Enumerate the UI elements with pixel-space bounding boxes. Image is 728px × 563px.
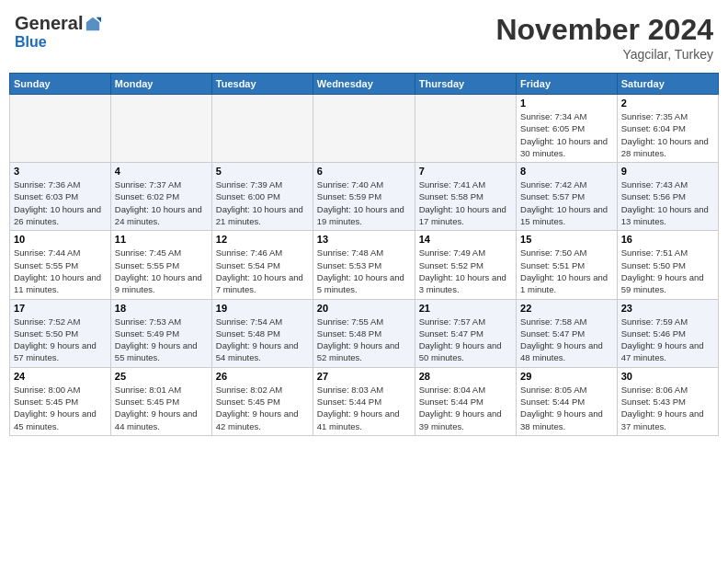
day-info: Sunrise: 7:35 AM Sunset: 6:04 PM Dayligh…: [621, 110, 714, 159]
location-subtitle: Yagcilar, Turkey: [495, 47, 713, 62]
day-number: 15: [520, 234, 613, 245]
calendar-body: 1Sunrise: 7:34 AM Sunset: 6:05 PM Daylig…: [10, 95, 719, 436]
page-header: General Blue November 2024 Yagcilar, Tur…: [9, 9, 719, 65]
calendar-cell: 1Sunrise: 7:34 AM Sunset: 6:05 PM Daylig…: [517, 95, 618, 163]
calendar-cell: [211, 95, 313, 163]
weekday-header-tuesday: Tuesday: [211, 74, 313, 95]
calendar-cell: 14Sunrise: 7:49 AM Sunset: 5:52 PM Dayli…: [415, 231, 516, 299]
weekday-header-monday: Monday: [110, 74, 211, 95]
calendar-cell: [110, 95, 211, 163]
calendar-cell: 7Sunrise: 7:41 AM Sunset: 5:58 PM Daylig…: [415, 163, 516, 231]
day-info: Sunrise: 7:41 AM Sunset: 5:58 PM Dayligh…: [419, 178, 512, 227]
calendar-cell: 19Sunrise: 7:54 AM Sunset: 5:48 PM Dayli…: [211, 299, 313, 367]
calendar-cell: [313, 95, 415, 163]
day-info: Sunrise: 7:43 AM Sunset: 5:56 PM Dayligh…: [621, 178, 714, 227]
day-number: 1: [520, 98, 613, 109]
day-info: Sunrise: 7:39 AM Sunset: 6:00 PM Dayligh…: [216, 178, 309, 227]
calendar-cell: 27Sunrise: 8:03 AM Sunset: 5:44 PM Dayli…: [313, 367, 415, 435]
calendar-week-2: 3Sunrise: 7:36 AM Sunset: 6:03 PM Daylig…: [10, 163, 719, 231]
day-info: Sunrise: 7:37 AM Sunset: 6:02 PM Dayligh…: [115, 178, 208, 227]
logo-blue-text: Blue: [15, 34, 47, 51]
day-info: Sunrise: 7:42 AM Sunset: 5:57 PM Dayligh…: [520, 178, 613, 227]
day-number: 2: [621, 98, 714, 109]
calendar-cell: 17Sunrise: 7:52 AM Sunset: 5:50 PM Dayli…: [10, 299, 111, 367]
weekday-header-thursday: Thursday: [415, 74, 516, 95]
day-info: Sunrise: 7:55 AM Sunset: 5:48 PM Dayligh…: [317, 316, 411, 364]
day-number: 3: [14, 166, 107, 177]
calendar-cell: 15Sunrise: 7:50 AM Sunset: 5:51 PM Dayli…: [517, 231, 618, 299]
day-number: 5: [216, 166, 309, 177]
calendar-table: SundayMondayTuesdayWednesdayThursdayFrid…: [9, 73, 719, 436]
day-info: Sunrise: 8:00 AM Sunset: 5:45 PM Dayligh…: [14, 384, 107, 432]
day-info: Sunrise: 8:03 AM Sunset: 5:44 PM Dayligh…: [317, 384, 411, 432]
calendar-week-4: 17Sunrise: 7:52 AM Sunset: 5:50 PM Dayli…: [10, 299, 719, 367]
calendar-cell: 22Sunrise: 7:58 AM Sunset: 5:47 PM Dayli…: [517, 299, 618, 367]
day-info: Sunrise: 7:58 AM Sunset: 5:47 PM Dayligh…: [520, 316, 613, 364]
calendar-week-3: 10Sunrise: 7:44 AM Sunset: 5:55 PM Dayli…: [10, 231, 719, 299]
calendar-cell: 8Sunrise: 7:42 AM Sunset: 5:57 PM Daylig…: [517, 163, 618, 231]
day-number: 13: [317, 234, 411, 245]
day-info: Sunrise: 7:34 AM Sunset: 6:05 PM Dayligh…: [520, 110, 613, 159]
day-info: Sunrise: 7:48 AM Sunset: 5:53 PM Dayligh…: [317, 247, 411, 295]
calendar-cell: [415, 95, 516, 163]
day-info: Sunrise: 8:02 AM Sunset: 5:45 PM Dayligh…: [216, 384, 309, 432]
day-info: Sunrise: 7:59 AM Sunset: 5:46 PM Dayligh…: [621, 316, 714, 364]
day-number: 25: [115, 371, 208, 382]
day-number: 17: [14, 303, 107, 314]
day-number: 16: [621, 234, 714, 245]
day-number: 21: [419, 303, 512, 314]
day-number: 9: [621, 166, 714, 177]
day-info: Sunrise: 7:49 AM Sunset: 5:52 PM Dayligh…: [419, 247, 512, 295]
calendar-week-1: 1Sunrise: 7:34 AM Sunset: 6:05 PM Daylig…: [10, 95, 719, 163]
day-number: 26: [216, 371, 309, 382]
logo: General Blue: [15, 13, 101, 51]
day-info: Sunrise: 8:01 AM Sunset: 5:45 PM Dayligh…: [115, 384, 208, 432]
day-info: Sunrise: 7:52 AM Sunset: 5:50 PM Dayligh…: [14, 316, 107, 364]
day-number: 20: [317, 303, 411, 314]
day-number: 14: [419, 234, 512, 245]
day-info: Sunrise: 7:44 AM Sunset: 5:55 PM Dayligh…: [14, 247, 107, 295]
calendar-cell: 2Sunrise: 7:35 AM Sunset: 6:04 PM Daylig…: [617, 95, 718, 163]
calendar-cell: 25Sunrise: 8:01 AM Sunset: 5:45 PM Dayli…: [110, 367, 211, 435]
day-info: Sunrise: 7:45 AM Sunset: 5:55 PM Dayligh…: [115, 247, 208, 295]
title-section: November 2024 Yagcilar, Turkey: [495, 13, 713, 62]
day-info: Sunrise: 7:57 AM Sunset: 5:47 PM Dayligh…: [419, 316, 512, 364]
day-number: 8: [520, 166, 613, 177]
calendar-cell: [10, 95, 111, 163]
calendar-cell: 6Sunrise: 7:40 AM Sunset: 5:59 PM Daylig…: [313, 163, 415, 231]
day-info: Sunrise: 7:51 AM Sunset: 5:50 PM Dayligh…: [621, 247, 714, 295]
day-number: 18: [115, 303, 208, 314]
calendar-cell: 9Sunrise: 7:43 AM Sunset: 5:56 PM Daylig…: [617, 163, 718, 231]
day-number: 23: [621, 303, 714, 314]
day-number: 28: [419, 371, 512, 382]
calendar-cell: 4Sunrise: 7:37 AM Sunset: 6:02 PM Daylig…: [110, 163, 211, 231]
day-number: 27: [317, 371, 411, 382]
month-title: November 2024: [495, 13, 713, 47]
calendar-cell: 10Sunrise: 7:44 AM Sunset: 5:55 PM Dayli…: [10, 231, 111, 299]
day-number: 24: [14, 371, 107, 382]
day-info: Sunrise: 7:50 AM Sunset: 5:51 PM Dayligh…: [520, 247, 613, 295]
calendar-cell: 11Sunrise: 7:45 AM Sunset: 5:55 PM Dayli…: [110, 231, 211, 299]
calendar-cell: 23Sunrise: 7:59 AM Sunset: 5:46 PM Dayli…: [617, 299, 718, 367]
day-number: 10: [14, 234, 107, 245]
day-number: 30: [621, 371, 714, 382]
calendar-cell: 30Sunrise: 8:06 AM Sunset: 5:43 PM Dayli…: [617, 367, 718, 435]
logo-icon: [85, 16, 101, 32]
calendar-cell: 28Sunrise: 8:04 AM Sunset: 5:44 PM Dayli…: [415, 367, 516, 435]
day-info: Sunrise: 7:53 AM Sunset: 5:49 PM Dayligh…: [115, 316, 208, 364]
day-number: 29: [520, 371, 613, 382]
day-info: Sunrise: 8:06 AM Sunset: 5:43 PM Dayligh…: [621, 384, 714, 432]
day-info: Sunrise: 7:40 AM Sunset: 5:59 PM Dayligh…: [317, 178, 411, 227]
calendar-cell: 24Sunrise: 8:00 AM Sunset: 5:45 PM Dayli…: [10, 367, 111, 435]
weekday-header-friday: Friday: [517, 74, 618, 95]
day-info: Sunrise: 8:04 AM Sunset: 5:44 PM Dayligh…: [419, 384, 512, 432]
day-info: Sunrise: 7:54 AM Sunset: 5:48 PM Dayligh…: [216, 316, 309, 364]
weekday-header-wednesday: Wednesday: [313, 74, 415, 95]
calendar-cell: 18Sunrise: 7:53 AM Sunset: 5:49 PM Dayli…: [110, 299, 211, 367]
logo-general-text: General: [15, 13, 83, 34]
day-number: 22: [520, 303, 613, 314]
weekday-header-saturday: Saturday: [617, 74, 718, 95]
calendar-cell: 13Sunrise: 7:48 AM Sunset: 5:53 PM Dayli…: [313, 231, 415, 299]
calendar-cell: 3Sunrise: 7:36 AM Sunset: 6:03 PM Daylig…: [10, 163, 111, 231]
calendar-cell: 12Sunrise: 7:46 AM Sunset: 5:54 PM Dayli…: [211, 231, 313, 299]
